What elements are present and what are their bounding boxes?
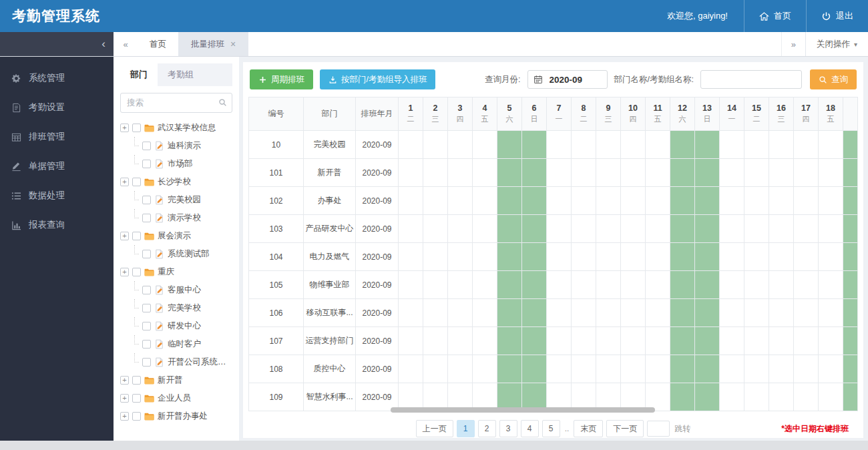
- day-column-header[interactable]: 1二: [399, 97, 423, 131]
- schedule-cell[interactable]: [596, 299, 621, 327]
- schedule-cell[interactable]: [596, 355, 621, 383]
- tree-checkbox[interactable]: [132, 376, 141, 385]
- day-column-header[interactable]: 17四: [794, 97, 819, 131]
- schedule-cell[interactable]: [448, 215, 473, 243]
- page-button[interactable]: 3: [499, 420, 517, 437]
- page-button[interactable]: 2: [478, 420, 496, 437]
- schedule-cell[interactable]: [819, 215, 843, 243]
- expand-icon[interactable]: +: [120, 412, 129, 421]
- tabs-scroll-right-button[interactable]: »: [781, 32, 805, 56]
- sidebar-item-schedule[interactable]: 排班管理: [0, 122, 114, 152]
- schedule-cell[interactable]: [522, 299, 547, 327]
- schedule-cell[interactable]: [473, 215, 497, 243]
- last-page-button[interactable]: 末页: [574, 420, 603, 437]
- schedule-cell[interactable]: [423, 355, 448, 383]
- tree-item[interactable]: +展会演示: [120, 227, 232, 245]
- tab-home[interactable]: 首页: [138, 32, 179, 56]
- schedule-cell[interactable]: [670, 271, 695, 299]
- schedule-cell[interactable]: [646, 271, 670, 299]
- day-column-header[interactable]: 8二: [572, 97, 596, 131]
- schedule-cell[interactable]: [794, 383, 819, 411]
- schedule-cell[interactable]: [399, 215, 423, 243]
- tree-checkbox[interactable]: [132, 178, 141, 186]
- schedule-cell[interactable]: [744, 187, 769, 215]
- schedule-cell[interactable]: [646, 299, 670, 327]
- schedule-cell[interactable]: [720, 299, 744, 327]
- next-page-button[interactable]: 下一页: [606, 420, 644, 437]
- schedule-cell[interactable]: [720, 327, 744, 355]
- schedule-cell[interactable]: [423, 187, 448, 215]
- schedule-cell[interactable]: [497, 355, 522, 383]
- day-column-header[interactable]: 18五: [819, 97, 843, 131]
- schedule-cell[interactable]: [695, 271, 720, 299]
- page-button[interactable]: 5: [542, 420, 560, 437]
- sidebar-item-reports[interactable]: 报表查询: [0, 210, 114, 240]
- schedule-cell[interactable]: [695, 383, 720, 411]
- expand-icon[interactable]: +: [120, 232, 129, 240]
- tree-item[interactable]: 研发中心: [120, 317, 232, 335]
- tree-checkbox[interactable]: [132, 412, 141, 421]
- schedule-cell[interactable]: [497, 271, 522, 299]
- search-button[interactable]: 查询: [810, 69, 857, 89]
- schedule-cell[interactable]: [646, 215, 670, 243]
- schedule-cell[interactable]: [794, 299, 819, 327]
- tree-tab-dept[interactable]: 部门: [120, 63, 158, 86]
- schedule-cell[interactable]: [423, 271, 448, 299]
- tab-batch-schedule[interactable]: 批量排班×: [179, 32, 248, 56]
- schedule-cell[interactable]: [744, 355, 769, 383]
- schedule-cell[interactable]: [399, 243, 423, 271]
- day-column-header[interactable]: 14一: [720, 97, 744, 131]
- close-operations-dropdown[interactable]: 关闭操作 ▾: [805, 32, 868, 56]
- schedule-cell[interactable]: [497, 159, 522, 187]
- schedule-cell[interactable]: [473, 131, 497, 159]
- schedule-cell[interactable]: [646, 159, 670, 187]
- tree-item[interactable]: 市场部: [120, 155, 232, 173]
- schedule-cell[interactable]: [744, 327, 769, 355]
- tree-checkbox[interactable]: [142, 142, 151, 150]
- schedule-cell[interactable]: [448, 187, 473, 215]
- import-schedule-button[interactable]: 按部门/考勤组导入排班: [320, 69, 435, 89]
- schedule-cell[interactable]: [473, 187, 497, 215]
- day-column-header[interactable]: 12六: [670, 97, 695, 131]
- day-column-header[interactable]: 9三: [596, 97, 621, 131]
- schedule-cell-partial[interactable]: [843, 327, 858, 355]
- schedule-cell[interactable]: [399, 299, 423, 327]
- tree-item[interactable]: 完美校园: [120, 191, 232, 209]
- schedule-cell[interactable]: [670, 215, 695, 243]
- schedule-cell[interactable]: [670, 383, 695, 411]
- schedule-cell[interactable]: [572, 215, 596, 243]
- day-column-header[interactable]: 11五: [646, 97, 670, 131]
- schedule-cell[interactable]: [621, 327, 646, 355]
- schedule-cell[interactable]: [819, 355, 843, 383]
- schedule-cell[interactable]: [423, 299, 448, 327]
- schedule-cell[interactable]: [596, 187, 621, 215]
- schedule-cell[interactable]: [695, 243, 720, 271]
- expand-icon[interactable]: +: [120, 394, 129, 403]
- day-column-header[interactable]: 10四: [621, 97, 646, 131]
- dept-name-input[interactable]: [700, 70, 802, 89]
- schedule-cell[interactable]: [596, 271, 621, 299]
- schedule-cell[interactable]: [621, 355, 646, 383]
- tree-item[interactable]: +武汉某学校信息: [120, 119, 232, 137]
- schedule-cell[interactable]: [399, 271, 423, 299]
- schedule-cell[interactable]: [448, 159, 473, 187]
- day-column-header[interactable]: 3四: [448, 97, 473, 131]
- tree-checkbox[interactable]: [132, 232, 141, 240]
- schedule-cell[interactable]: [522, 243, 547, 271]
- schedule-cell[interactable]: [819, 187, 843, 215]
- schedule-cell[interactable]: [497, 215, 522, 243]
- sidebar-item-system[interactable]: 系统管理: [0, 63, 114, 93]
- schedule-cell[interactable]: [744, 131, 769, 159]
- day-column-header[interactable]: 6日: [522, 97, 547, 131]
- schedule-cell[interactable]: [572, 271, 596, 299]
- schedule-cell[interactable]: [720, 355, 744, 383]
- schedule-cell[interactable]: [695, 327, 720, 355]
- schedule-cell[interactable]: [720, 215, 744, 243]
- schedule-cell[interactable]: [670, 187, 695, 215]
- tree-item[interactable]: 开普公司系统测试 0: [120, 353, 232, 371]
- schedule-cell[interactable]: [522, 187, 547, 215]
- schedule-cell[interactable]: [695, 215, 720, 243]
- schedule-cell-partial[interactable]: [843, 271, 858, 299]
- schedule-cell[interactable]: [572, 159, 596, 187]
- schedule-cell[interactable]: [621, 299, 646, 327]
